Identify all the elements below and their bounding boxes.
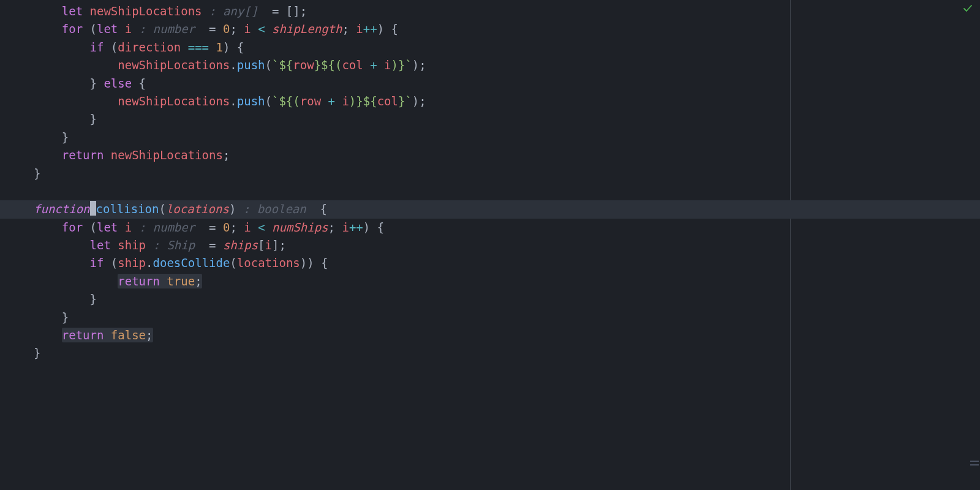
- code-line[interactable]: for (let i : number = 0; i < shipLength;…: [0, 20, 980, 38]
- code-line[interactable]: }: [0, 290, 980, 308]
- scrollbar-mark[interactable]: [970, 464, 979, 466]
- scrollbar-mark[interactable]: [970, 461, 979, 462]
- code-line[interactable]: let newShipLocations : any[] = [];: [0, 2, 980, 20]
- code-line[interactable]: }: [0, 129, 980, 146]
- cursor: [90, 201, 96, 216]
- code-line-active[interactable]: functioncollision(locations) : boolean {: [0, 200, 980, 218]
- code-line[interactable]: return false;: [0, 326, 980, 344]
- code-line[interactable]: return newShipLocations;: [0, 146, 980, 164]
- code-line[interactable]: }: [0, 309, 980, 326]
- code-line[interactable]: [0, 183, 980, 200]
- code-line[interactable]: if (ship.doesCollide(locations)) {: [0, 254, 980, 272]
- code-editor[interactable]: let newShipLocations : any[] = []; for (…: [0, 0, 980, 490]
- code-line[interactable]: }: [0, 344, 980, 362]
- code-line[interactable]: if (direction === 1) {: [0, 39, 980, 56]
- code-line[interactable]: }: [0, 165, 980, 183]
- code-line[interactable]: newShipLocations.push(`${row}${(col + i)…: [0, 56, 980, 74]
- code-line[interactable]: let ship : Ship = ships[i];: [0, 236, 980, 254]
- code-line[interactable]: newShipLocations.push(`${(row + i)}${col…: [0, 92, 980, 110]
- code-line[interactable]: }: [0, 110, 980, 128]
- code-line[interactable]: for (let i : number = 0; i < numShips; i…: [0, 219, 980, 236]
- code-line[interactable]: return true;: [0, 273, 980, 290]
- code-line[interactable]: } else {: [0, 75, 980, 92]
